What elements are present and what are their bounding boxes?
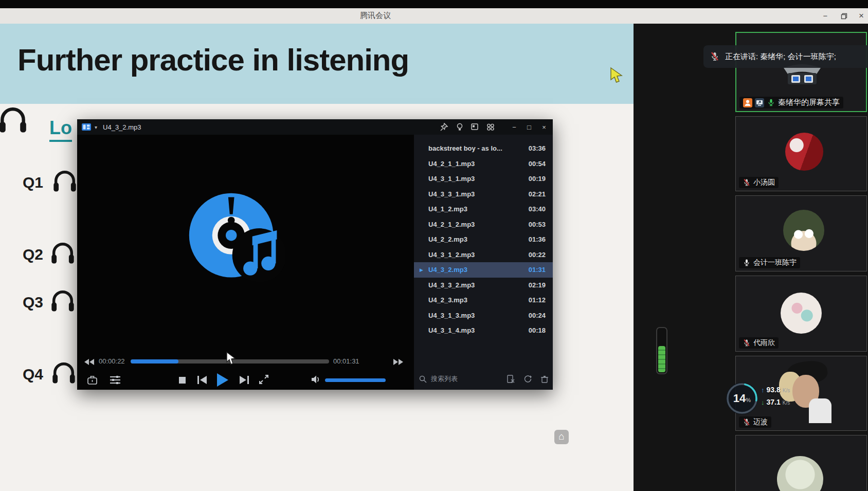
- participant-label: 会计一班陈宇: [739, 257, 800, 268]
- playlist-settings-icon[interactable]: [110, 375, 120, 385]
- playlist-tools: [507, 375, 549, 383]
- participant-tile[interactable]: 会计一班陈宇: [735, 195, 867, 271]
- next-button[interactable]: [240, 376, 249, 384]
- player-menu-caret-icon[interactable]: ▾: [95, 124, 97, 130]
- download-speed: ↓ 37.1 K/s: [761, 398, 790, 410]
- headphone-icon: [50, 359, 77, 386]
- mic-muted-icon: [743, 418, 751, 426]
- participant-tile-screen-share[interactable]: 秦绪华的屏幕共享: [735, 32, 867, 112]
- restore-button[interactable]: [837, 10, 851, 22]
- host-icon: [743, 98, 752, 107]
- refresh-icon[interactable]: [523, 375, 532, 383]
- panel-icon[interactable]: [471, 123, 479, 131]
- mic-muted-icon: [743, 178, 751, 187]
- meeting-sidebar: 秦绪华的屏幕共享 小汤圆 会计一班陈宇 代雨欣: [634, 24, 868, 491]
- participant-tile[interactable]: 代雨欣: [735, 276, 867, 352]
- playlist-item[interactable]: U4_1_2.mp303:40: [414, 202, 553, 217]
- rewind-icon[interactable]: [84, 358, 95, 366]
- upload-arrow-icon: ↑: [761, 386, 765, 394]
- playlist-item[interactable]: backstreet boy - as lo...03:36: [414, 141, 553, 156]
- avatar: [785, 133, 823, 171]
- cpu-percent: 14%: [726, 392, 758, 405]
- seek-row: 00:00:22 00:01:31: [77, 356, 414, 368]
- avatar: [781, 293, 822, 334]
- player-maximize-button[interactable]: □: [525, 123, 533, 131]
- playlist-item[interactable]: U4_3_1_3.mp300:24: [414, 308, 553, 323]
- audio-disc-logo: [185, 189, 285, 289]
- potplayer-window: ▾ U4_3_2.mp3 −: [77, 119, 553, 390]
- play-button[interactable]: [217, 373, 228, 387]
- player-window-controls: − □ ×: [510, 119, 548, 135]
- mic-on-icon: [743, 259, 751, 267]
- screen-share-icon: [755, 98, 764, 107]
- network-speeds: ↑ 93.8 K/s ↓ 37.1 K/s: [761, 386, 790, 410]
- volume-slider[interactable]: [325, 378, 386, 382]
- download-arrow-icon: ↓: [761, 398, 765, 406]
- battery-indicator: [656, 327, 667, 374]
- participant-tile[interactable]: 小汤圆: [735, 116, 867, 191]
- playlist-search-bar[interactable]: 搜索列表: [419, 372, 549, 386]
- playlist-item[interactable]: U4_3_1_4.mp300:18: [414, 323, 553, 338]
- question-label-q2: Q2: [23, 246, 43, 263]
- playlist-item[interactable]: U4_3_3_2.mp302:19: [414, 278, 553, 293]
- player-app-icon: [82, 123, 91, 131]
- yellow-cursor: [610, 67, 623, 83]
- playlist-item[interactable]: U4_3_1_1.mp300:19: [414, 171, 553, 187]
- stop-button[interactable]: [179, 377, 186, 384]
- playlist-item[interactable]: U4_3_1_2.mp300:22: [414, 247, 553, 263]
- participant-label: 秦绪华的屏幕共享: [739, 97, 843, 108]
- slide-title: Further practice in listening: [17, 42, 409, 78]
- speaking-now-banner: 正在讲话: 秦绪华; 会计一班陈宇;: [703, 45, 868, 68]
- question-label-q4: Q4: [23, 366, 43, 383]
- mic-muted-icon: [710, 51, 720, 62]
- playlist-toolbar: [440, 119, 495, 135]
- player-video-area[interactable]: 00:00:22 00:01:31: [77, 135, 414, 390]
- playlist-panel: backstreet boy - as lo...03:36 U4_2_1_1.…: [414, 135, 553, 390]
- search-placeholder: 搜索列表: [431, 374, 458, 384]
- previous-button[interactable]: [197, 376, 207, 384]
- speaker-icon[interactable]: [312, 375, 320, 384]
- bulb-icon[interactable]: [456, 123, 464, 131]
- window-title: 腾讯会议: [360, 11, 391, 21]
- headphone-icon: [49, 240, 76, 266]
- headphone-icon: [51, 168, 78, 194]
- player-close-button[interactable]: ×: [540, 123, 548, 131]
- playlist-item[interactable]: U4_2_1_2.mp300:53: [414, 217, 553, 232]
- clear-list-icon[interactable]: [540, 375, 549, 383]
- home-widget-icon[interactable]: ⌂: [554, 430, 569, 444]
- minimize-button[interactable]: −: [819, 10, 832, 22]
- slide-section-heading: Lo: [49, 117, 72, 142]
- participant-label: 小汤圆: [739, 177, 779, 188]
- playlist-item[interactable]: U4_2_3.mp301:12: [414, 293, 553, 308]
- playlist-item-selected[interactable]: ▶U4_3_2.mp301:31: [414, 262, 553, 278]
- participant-label: 代雨欣: [739, 337, 779, 349]
- shoulder: [809, 398, 831, 423]
- playlist-item[interactable]: U4_2_2.mp301:36: [414, 232, 553, 247]
- question-label-q3: Q3: [23, 294, 43, 311]
- restore-icon: [841, 13, 847, 20]
- playlist: backstreet boy - as lo...03:36 U4_2_1_1.…: [414, 141, 553, 338]
- photographed-monitor: 腾讯会议 − × Further practice in listening L…: [0, 0, 868, 491]
- mic-muted-icon: [743, 339, 751, 347]
- participant-tile[interactable]: [735, 435, 867, 491]
- seek-bar-fill: [131, 359, 178, 363]
- fullscreen-button[interactable]: [259, 375, 268, 384]
- control-panel-icon[interactable]: [87, 375, 97, 385]
- cpu-gauge: 14%: [726, 382, 758, 415]
- playlist-item[interactable]: U4_3_3_1.mp302:21: [414, 187, 553, 202]
- player-window-title: U4_3_2.mp3: [103, 123, 141, 131]
- current-time: 00:00:22: [99, 357, 125, 365]
- player-minimize-button[interactable]: −: [510, 123, 518, 131]
- pin-icon[interactable]: [440, 123, 448, 131]
- player-controls: [77, 372, 414, 390]
- avatar: [783, 210, 824, 251]
- mic-on-icon: [767, 98, 775, 107]
- remove-missing-icon[interactable]: [507, 375, 515, 383]
- search-icon: [419, 375, 427, 383]
- close-button[interactable]: ×: [855, 10, 868, 22]
- browser-grid-icon[interactable]: [486, 123, 495, 131]
- playlist-item[interactable]: U4_2_1_1.mp300:54: [414, 156, 553, 172]
- fast-forward-icon[interactable]: [393, 358, 403, 366]
- mouse-cursor: [226, 352, 237, 366]
- now-playing-icon: ▶: [420, 267, 423, 272]
